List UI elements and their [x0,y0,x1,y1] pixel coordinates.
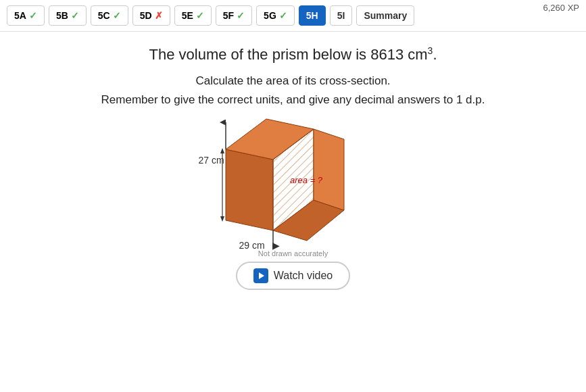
not-drawn-label: Not drawn accurately [258,249,328,258]
tab-5D-label: 5D [140,10,152,21]
tab-5G-label: 5G [264,10,276,21]
xp-display: 6,260 XP [543,3,580,13]
tab-5B-label: 5B [56,10,68,21]
main-content: The volume of the prism below is 8613 cm… [0,32,586,297]
svg-marker-5 [314,129,344,210]
prism-container: 27 cm [199,116,388,258]
tab-5I-label: 5I [337,10,345,21]
tab-5A[interactable]: 5A ✓ [7,5,45,26]
problem-title: The volume of the prism below is 8613 cm… [20,45,566,64]
tab-5F[interactable]: 5F ✓ [216,5,252,26]
tab-summary[interactable]: Summary [356,5,414,26]
tab-5D[interactable]: 5D ✗ [132,5,170,26]
svg-text:area = ?: area = ? [290,175,323,185]
watch-video-area: Watch video [20,262,566,290]
tab-5G-check: ✓ [279,10,287,21]
tab-5B-check: ✓ [71,10,79,21]
tab-5B[interactable]: 5B ✓ [49,5,87,26]
tab-5A-label: 5A [14,10,26,21]
tab-5I[interactable]: 5I [330,5,353,26]
tab-5C-check: ✓ [113,10,121,21]
tab-5C[interactable]: 5C ✓ [91,5,128,26]
tab-5G[interactable]: 5G ✓ [256,5,295,26]
tab-5E-label: 5E [182,10,193,21]
tab-5C-label: 5C [98,10,110,21]
tab-5F-label: 5F [223,10,234,21]
play-icon [253,268,268,283]
prism-diagram: area = ? [212,116,361,244]
svg-marker-10 [220,216,224,222]
tab-5D-cross: ✗ [155,10,163,21]
watch-video-label: Watch video [274,270,333,282]
svg-marker-9 [220,148,224,153]
watch-video-button[interactable]: Watch video [236,262,350,290]
tab-5E[interactable]: 5E ✓ [174,5,212,26]
top-navigation-bar: 6,260 XP 5A ✓ 5B ✓ 5C ✓ 5D ✗ 5E ✓ 5F ✓ 5… [0,0,586,32]
tab-5E-check: ✓ [196,10,204,21]
tab-5F-check: ✓ [237,10,245,21]
tab-5A-check: ✓ [29,10,37,21]
problem-instructions: Calculate the area of its cross-section.… [20,72,566,108]
svg-marker-1 [226,149,273,230]
tab-5H-label: 5H [306,10,318,21]
tab-summary-label: Summary [364,10,407,21]
tab-5H[interactable]: 5H [299,5,326,26]
diagram-area: 27 cm [20,116,566,258]
